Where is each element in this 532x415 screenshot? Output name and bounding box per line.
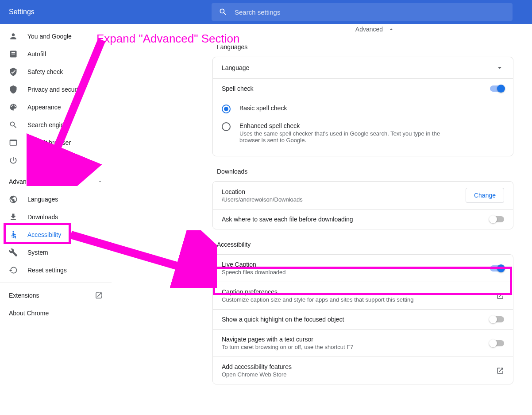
sidebar-item-default-browser[interactable]: Default browser <box>0 134 112 151</box>
autofill-icon <box>9 50 18 58</box>
caption-pref-row[interactable]: Caption preferences Customize caption si… <box>213 282 513 309</box>
accessibility-icon <box>9 230 18 239</box>
sidebar-item-label: Downloads <box>27 213 58 221</box>
advanced-label: Advanced <box>9 178 36 185</box>
live-caption-toggle[interactable] <box>490 265 504 271</box>
sidebar-item-you-and-google[interactable]: You and Google <box>0 27 112 45</box>
settings-title: Settings <box>9 8 35 16</box>
location-row: Location /Users/andrewolson/Downloads Ch… <box>213 182 513 209</box>
sidebar-item-reset[interactable]: Reset settings <box>0 261 112 279</box>
languages-card: Language Spell check Basic spell check E… <box>212 57 513 156</box>
sidebar-item-languages[interactable]: Languages <box>0 190 112 208</box>
advanced-top-label: Advanced <box>355 26 383 33</box>
sidebar-item-label: Safety check <box>27 68 63 75</box>
sidebar-item-extensions[interactable]: Extensions <box>0 287 112 304</box>
sidebar-divider <box>0 283 112 283</box>
sidebar-item-label: Accessibility <box>27 231 61 238</box>
basic-spell-label: Basic spell check <box>239 105 287 112</box>
accessibility-card: Live Caption Speech files downloaded Cap… <box>212 254 513 384</box>
about-label: About Chrome <box>9 310 49 317</box>
languages-section-title: Languages <box>212 43 513 50</box>
ask-where-row: Ask where to save each file before downl… <box>213 209 513 229</box>
basic-spell-radio[interactable] <box>222 105 231 113</box>
shield-icon <box>9 85 18 94</box>
header: Settings <box>0 0 532 24</box>
sidebar-item-safety-check[interactable]: Safety check <box>0 63 112 81</box>
wrench-icon <box>9 248 18 257</box>
spellcheck-row: Spell check Basic spell check Enhanced s… <box>213 78 513 156</box>
globe-icon <box>9 195 18 204</box>
sidebar-item-label: Reset settings <box>27 267 67 274</box>
enhanced-spell-label: Enhanced spell check <box>239 122 461 129</box>
change-button[interactable]: Change <box>466 188 504 203</box>
spellcheck-label: Spell check <box>222 85 254 92</box>
caption-pref-label: Caption preferences <box>222 288 496 295</box>
advanced-section-header[interactable]: Advanced <box>112 24 523 37</box>
sidebar-item-appearance[interactable]: Appearance <box>0 98 112 116</box>
browser-icon <box>9 138 18 147</box>
enhanced-spell-sub: Uses the same spell checker that's used … <box>239 130 461 144</box>
chevron-up-icon <box>388 26 394 32</box>
sidebar-item-label: Search engine <box>27 121 67 128</box>
quick-highlight-label: Show a quick highlight on the focused ob… <box>222 316 490 323</box>
enhanced-spell-radio[interactable] <box>222 122 231 131</box>
caption-pref-sub: Customize caption size and style for app… <box>222 296 496 303</box>
downloads-section-title: Downloads <box>212 168 513 175</box>
add-features-label: Add accessibility features <box>222 363 496 370</box>
spellcheck-toggle[interactable] <box>490 85 504 92</box>
sidebar-item-privacy[interactable]: Privacy and security <box>0 81 112 98</box>
sidebar-item-label: Appearance <box>27 104 61 111</box>
chevron-down-icon <box>495 63 504 72</box>
download-icon <box>9 213 18 221</box>
advanced-expand[interactable]: Advanced <box>0 173 112 190</box>
location-path: /Users/andrewolson/Downloads <box>222 196 466 203</box>
sidebar-item-accessibility[interactable]: Accessibility <box>0 226 112 244</box>
restore-icon <box>9 266 18 275</box>
search-box[interactable] <box>212 3 513 21</box>
ask-where-label: Ask where to save each file before downl… <box>222 216 490 223</box>
ask-where-toggle[interactable] <box>490 216 504 222</box>
open-external-icon <box>496 292 504 300</box>
search-icon <box>219 8 227 16</box>
sidebar-item-label: You and Google <box>27 33 72 40</box>
location-label: Location <box>222 188 466 195</box>
sidebar-item-label: Languages <box>27 196 58 203</box>
search-input[interactable] <box>235 8 505 16</box>
language-label: Language <box>222 64 495 71</box>
palette-icon <box>9 103 18 112</box>
sidebar-item-autofill[interactable]: Autofill <box>0 45 112 63</box>
sidebar-item-system[interactable]: System <box>0 244 112 261</box>
sidebar-item-downloads[interactable]: Downloads <box>0 208 112 226</box>
add-features-sub: Open Chrome Web Store <box>222 371 496 378</box>
chevron-up-icon <box>97 179 103 184</box>
quick-highlight-row: Show a quick highlight on the focused ob… <box>213 309 513 329</box>
sidebar-item-label: Autofill <box>27 50 46 58</box>
live-caption-label: Live Caption <box>222 261 490 268</box>
caret-row: Navigate pages with a text cursor To tur… <box>213 329 513 357</box>
person-icon <box>9 32 18 41</box>
svg-point-0 <box>12 231 14 233</box>
sidebar-item-label: System <box>27 249 48 256</box>
caret-sub: To turn caret browsing on or off, use th… <box>222 344 490 350</box>
shield-check-icon <box>9 67 18 76</box>
sidebar-item-search-engine[interactable]: Search engine <box>0 116 112 134</box>
open-external-icon <box>95 291 103 299</box>
live-caption-row: Live Caption Speech files downloaded <box>213 255 513 282</box>
caret-toggle[interactable] <box>490 340 504 346</box>
search-icon <box>9 120 18 129</box>
add-features-row[interactable]: Add accessibility features Open Chrome W… <box>213 357 513 384</box>
sidebar-item-on-startup[interactable]: On startup <box>0 151 112 169</box>
sidebar-item-label: On startup <box>27 157 56 164</box>
sidebar-item-label: Default browser <box>27 139 71 146</box>
main-content: Advanced Languages Language Spell check … <box>112 24 532 415</box>
power-icon <box>9 156 18 165</box>
sidebar: You and Google Autofill Safety check Pri… <box>0 24 112 415</box>
open-external-icon <box>496 367 504 375</box>
sidebar-item-about[interactable]: About Chrome <box>0 304 112 322</box>
caret-label: Navigate pages with a text cursor <box>222 336 490 343</box>
language-row[interactable]: Language <box>213 57 513 78</box>
sidebar-item-label: Privacy and security <box>27 86 83 93</box>
quick-highlight-toggle[interactable] <box>490 316 504 322</box>
extensions-label: Extensions <box>9 292 39 299</box>
live-caption-sub: Speech files downloaded <box>222 269 490 275</box>
